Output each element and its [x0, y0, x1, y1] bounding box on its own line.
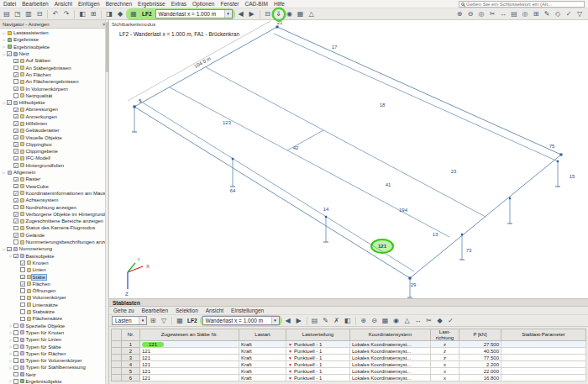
mesh-icon[interactable]: ▦ — [381, 316, 391, 326]
tree-item-an-stabergebnissen[interactable]: An Stabergebnissen — [0, 64, 108, 71]
tree-item-allgemein[interactable]: ▷Allgemein — [0, 169, 108, 176]
cell-dir[interactable]: x — [431, 375, 459, 381]
settings-icon[interactable]: ▽ — [575, 9, 585, 19]
tree-item-netz[interactable]: Netz — [0, 371, 108, 378]
checkbox[interactable] — [13, 366, 18, 371]
redo-icon[interactable]: ↷ — [61, 9, 71, 19]
checkbox[interactable] — [13, 79, 18, 84]
show-results-icon[interactable]: ◉ — [391, 316, 402, 326]
tree-item-typen-für-stahlbemessung[interactable]: ▷Typen für Stahlbemessung — [0, 364, 108, 371]
zoom-out-icon[interactable]: ⊖ — [370, 316, 380, 326]
cell-nr[interactable]: 1 — [122, 341, 140, 348]
checkbox[interactable]: ✓ — [13, 142, 18, 147]
menu-hilfe[interactable]: Hilfe — [274, 1, 285, 7]
cell-vert[interactable]: ▼Punktuell - 1 — [286, 375, 350, 381]
zoom-out-icon[interactable]: ⊖ — [465, 9, 475, 19]
tree-item-basisobjekte[interactable]: ▷✓Basisobjekte — [0, 253, 108, 260]
checkbox[interactable] — [20, 296, 25, 301]
checkbox[interactable] — [20, 288, 25, 293]
checkbox[interactable]: ✓ — [20, 260, 25, 266]
tree-item-hilfslinien[interactable]: ✓Hilfslinien — [0, 120, 108, 127]
cell-gut[interactable] — [112, 375, 122, 381]
cell-param[interactable] — [501, 368, 586, 375]
checkbox[interactable]: ✓ — [13, 254, 18, 259]
checkbox[interactable]: ✓ — [13, 87, 18, 92]
tree-item-spezielle-objekte[interactable]: ▷Spezielle Objekte — [0, 322, 108, 329]
tree-item-ergebnisobjekte[interactable]: ▷Ergebnisobjekte — [0, 44, 108, 50]
checkbox[interactable] — [20, 317, 25, 322]
tree-item-flächensätze[interactable]: Flächensätze — [0, 315, 108, 322]
grid-icon[interactable]: ▤ — [509, 9, 519, 19]
checkbox[interactable]: ✓ — [13, 108, 18, 113]
prev-loadcase-icon[interactable]: ◀ — [283, 316, 293, 326]
checkbox[interactable]: ✓ — [13, 191, 18, 196]
tree-item-typen-für-linien[interactable]: ▷Typen für Linien — [0, 336, 108, 343]
cell-koord[interactable]: Lokales Koordinatensyst... — [350, 368, 431, 375]
tree-item-ifc-modell[interactable]: ✓IFC-Modell — [0, 155, 108, 161]
column-header[interactable]: Zugewiesen an Stäbe Nr. — [140, 329, 239, 341]
clipping-icon[interactable]: ✂ — [487, 9, 497, 19]
tree-item-auf-stäben[interactable]: ✓Auf Stäben — [0, 57, 108, 64]
render-mode-icon[interactable]: ◨ — [104, 9, 114, 19]
tree-item-clippingebene[interactable]: ✓Clippingebene — [0, 148, 108, 155]
tree-item-in-volumenkörpern[interactable]: ✓In Volumenkörpern — [0, 85, 108, 92]
cell-gut[interactable] — [112, 348, 122, 355]
checkbox[interactable] — [13, 337, 18, 342]
supports-icon[interactable]: △ — [402, 316, 412, 326]
tree-item-an-flächenergebnissen[interactable]: An Flächenergebnissen — [0, 78, 108, 85]
panel-menu-bearbeiten[interactable]: Bearbeiten — [142, 308, 168, 313]
cell-param[interactable] — [501, 361, 586, 368]
panel-loadcase-combobox[interactable]: Wanderlast x = 1.000 m ▼ — [202, 316, 280, 325]
panel-menu-gehe-zu[interactable]: Gehe zu — [113, 308, 134, 313]
checkbox[interactable]: ✓ — [13, 135, 18, 140]
check-icon[interactable]: ✓ — [564, 9, 574, 19]
tree-item-typen-für-knoten[interactable]: ▷Typen für Knoten — [0, 329, 108, 336]
cell-nr[interactable]: 2 — [122, 348, 140, 355]
tree-item-status-des-kamera-flugmodus[interactable]: Status des Kamera-Flugmodus — [0, 224, 108, 231]
tree-item-typen-für-flächen[interactable]: ▷Typen für Flächen — [0, 350, 108, 357]
search-input[interactable] — [466, 2, 582, 7]
navigator-scrollbar[interactable] — [105, 20, 108, 384]
cell-member[interactable]: 121 — [140, 368, 239, 375]
navigator-icon[interactable]: ◧ — [77, 9, 87, 19]
cell-dir[interactable]: z — [431, 348, 459, 355]
tree-item-gebäuderaster[interactable]: ✓Gebäuderaster — [0, 127, 108, 134]
show-results-icon[interactable]: ◉ — [285, 9, 295, 19]
checkbox[interactable] — [20, 302, 25, 308]
column-header[interactable]: P [kN] — [459, 329, 501, 341]
tree-item-abmessungen[interactable]: ✓Abmessungen — [0, 106, 108, 113]
numbering-icon[interactable]: ⊞ — [531, 9, 541, 19]
clipping-icon[interactable]: ✂ — [424, 316, 434, 326]
checkbox[interactable]: ✓ — [13, 121, 18, 126]
tree-item-netz[interactable]: ▷✓Netz — [0, 50, 108, 57]
tree-item-hintergrundfolien[interactable]: ✓Hintergrundfolien — [0, 162, 108, 169]
tree-item-zugeschnittene-bereiche-anzeigen[interactable]: ✓Zugeschnittene Bereiche anzeigen — [0, 218, 108, 224]
panel-menu-einstellungen[interactable]: Einstellungen — [231, 308, 264, 313]
checkbox[interactable] — [13, 66, 18, 71]
supports-icon[interactable]: △ — [307, 9, 317, 19]
checkbox[interactable]: ✓ — [13, 149, 18, 154]
cell-vert[interactable]: ▼Punktuell - 1 — [286, 368, 350, 375]
expand-arrow-icon[interactable]: ▷ — [2, 31, 7, 35]
cell-member[interactable]: 121 — [140, 355, 239, 361]
cell-p[interactable]: 22.000 — [459, 368, 501, 375]
tree-item-nordrichtung-anzeigen[interactable]: Nordrichtung anzeigen — [0, 203, 108, 210]
tree-item-nummerierung[interactable]: ▷✓Nummerierung — [0, 245, 108, 252]
tree-item-typen-für-stäbe[interactable]: ▷Typen für Stäbe — [0, 343, 108, 350]
copy-load-icon[interactable]: ◧ — [343, 316, 353, 326]
checkbox[interactable] — [20, 267, 25, 272]
table-row[interactable]: 5121Kraft▼Punktuell - 1Lokales Koordinat… — [112, 368, 586, 375]
cell-p[interactable]: 77.500 — [459, 355, 501, 361]
tree-item-an-flächen[interactable]: ✓An Flächen — [0, 71, 108, 78]
tree-item-knoten[interactable]: ✓Knoten — [0, 260, 108, 266]
cell-p[interactable]: 40.500 — [459, 348, 501, 355]
cell-vert[interactable]: ▼Punktuell - 1 — [286, 355, 350, 361]
zoom-in-icon[interactable]: ⊕ — [359, 316, 369, 326]
checkbox[interactable]: ✓ — [13, 59, 18, 64]
expand-arrow-icon[interactable]: ▷ — [2, 45, 7, 49]
checkbox[interactable]: ✓ — [13, 218, 18, 224]
checkbox[interactable]: ✓ — [13, 114, 18, 119]
cell-p[interactable]: 16.800 — [459, 375, 501, 381]
cell-member[interactable]: 121 — [140, 348, 239, 355]
zoom-all-icon[interactable]: ◎ — [476, 9, 486, 19]
